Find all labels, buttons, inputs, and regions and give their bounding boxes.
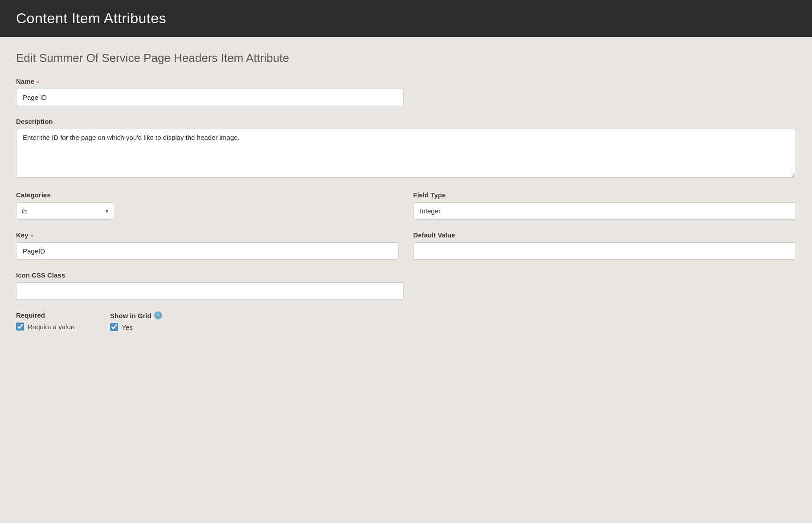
page-content: Edit Summer Of Service Page Headers Item… <box>0 37 812 349</box>
show-in-grid-group: Show in Grid ? Yes <box>110 311 162 331</box>
require-value-checkbox-item[interactable]: Require a value <box>16 323 74 331</box>
show-in-grid-title: Show in Grid ? <box>110 311 162 319</box>
key-label: Key ● <box>16 231 399 239</box>
checkboxes-row: Required Require a value Show in Grid ? … <box>16 311 796 331</box>
default-value-input[interactable] <box>413 242 796 260</box>
name-label: Name ● <box>16 78 796 85</box>
key-input[interactable] <box>16 242 399 260</box>
page-title: Content Item Attributes <box>16 10 166 27</box>
name-section: Name ● <box>16 78 796 106</box>
icon-css-input[interactable] <box>16 282 404 300</box>
default-value-group: Default Value <box>413 231 796 260</box>
name-input[interactable] <box>16 89 404 106</box>
categories-group: Categories 🗂 ▼ <box>16 191 399 220</box>
categories-fieldtype-row: Categories 🗂 ▼ Field Type <box>16 191 796 220</box>
categories-label: Categories <box>16 191 399 199</box>
icon-css-section: Icon CSS Class <box>16 271 796 300</box>
edit-subtitle: Edit Summer Of Service Page Headers Item… <box>16 51 796 65</box>
description-section: Description <box>16 118 796 180</box>
help-icon[interactable]: ? <box>154 311 162 319</box>
name-required-star: ● <box>36 78 40 85</box>
key-group: Key ● <box>16 231 399 260</box>
field-type-input[interactable] <box>413 202 796 220</box>
field-type-label: Field Type <box>413 191 796 199</box>
yes-checkbox[interactable] <box>110 323 118 331</box>
categories-select-wrapper: 🗂 ▼ <box>16 202 114 220</box>
icon-css-label: Icon CSS Class <box>16 271 796 279</box>
default-value-label: Default Value <box>413 231 796 239</box>
required-title: Required <box>16 311 74 319</box>
description-textarea[interactable] <box>16 129 796 178</box>
key-required-star: ● <box>30 232 34 239</box>
require-value-label: Require a value <box>28 323 74 331</box>
page-header: Content Item Attributes <box>0 0 812 37</box>
required-group: Required Require a value <box>16 311 74 331</box>
yes-checkbox-item[interactable]: Yes <box>110 323 162 331</box>
field-type-group: Field Type <box>413 191 796 220</box>
yes-label: Yes <box>122 323 132 331</box>
categories-select[interactable] <box>16 202 114 220</box>
description-label: Description <box>16 118 796 125</box>
require-value-checkbox[interactable] <box>16 323 24 331</box>
key-defaultvalue-row: Key ● Default Value <box>16 231 796 260</box>
